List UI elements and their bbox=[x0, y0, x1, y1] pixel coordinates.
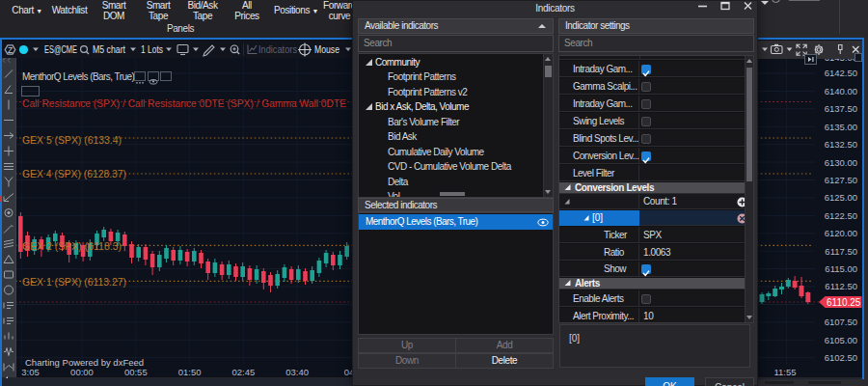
svg-text:6115.00: 6115.00 bbox=[825, 263, 857, 274]
svg-text:00:00: 00:00 bbox=[70, 367, 94, 377]
svg-text:ES@CME: ES@CME bbox=[44, 44, 77, 55]
svg-text:02:45: 02:45 bbox=[232, 367, 256, 377]
svg-text:Call Resistance (SPX) / Call R: Call Resistance (SPX) / Call Resistance … bbox=[22, 97, 346, 109]
svg-text:1 Lots: 1 Lots bbox=[141, 44, 163, 55]
svg-text:6102.50: 6102.50 bbox=[825, 352, 857, 363]
svg-text:03:40: 03:40 bbox=[285, 367, 309, 377]
svg-text:6117.50: 6117.50 bbox=[825, 246, 857, 257]
svg-text:6120.00: 6120.00 bbox=[825, 228, 857, 238]
svg-text:6140.00: 6140.00 bbox=[825, 86, 857, 96]
svg-text:Indicators: Indicators bbox=[258, 44, 297, 55]
svg-text:01:50: 01:50 bbox=[178, 367, 202, 377]
svg-text:6135.00: 6135.00 bbox=[825, 122, 857, 132]
svg-text:6137.50: 6137.50 bbox=[825, 103, 857, 114]
svg-text:11:55: 11:55 bbox=[773, 367, 796, 377]
svg-text:6110.25: 6110.25 bbox=[827, 297, 861, 308]
svg-text:6132.50: 6132.50 bbox=[825, 139, 857, 150]
svg-text:3:05: 3:05 bbox=[21, 367, 40, 377]
svg-text:GEX 5 (SPX) (6133.4): GEX 5 (SPX) (6133.4) bbox=[22, 134, 122, 146]
svg-text:6105.00: 6105.00 bbox=[825, 335, 857, 345]
svg-text:6125.00: 6125.00 bbox=[825, 192, 857, 203]
svg-text:6122.50: 6122.50 bbox=[825, 210, 857, 221]
svg-text:GEX 4 (SPX) (6128.37): GEX 4 (SPX) (6128.37) bbox=[22, 168, 126, 179]
svg-text:6112.50: 6112.50 bbox=[825, 281, 857, 291]
svg-text:6130.00: 6130.00 bbox=[825, 157, 857, 168]
svg-text:M5 chart: M5 chart bbox=[93, 44, 125, 55]
svg-text:6107.50: 6107.50 bbox=[825, 317, 857, 327]
svg-text:Mouse: Mouse bbox=[314, 44, 339, 55]
svg-text:6142.50: 6142.50 bbox=[825, 68, 857, 78]
svg-text:Z: Z bbox=[8, 44, 13, 54]
svg-text:GEX 1 (SPX) (6113.27): GEX 1 (SPX) (6113.27) bbox=[22, 276, 126, 288]
svg-text:6127.50: 6127.50 bbox=[825, 175, 857, 185]
svg-text:GEX 2 (SPX) (6118.3): GEX 2 (SPX) (6118.3) bbox=[22, 240, 122, 252]
svg-text:00:55: 00:55 bbox=[124, 367, 148, 377]
